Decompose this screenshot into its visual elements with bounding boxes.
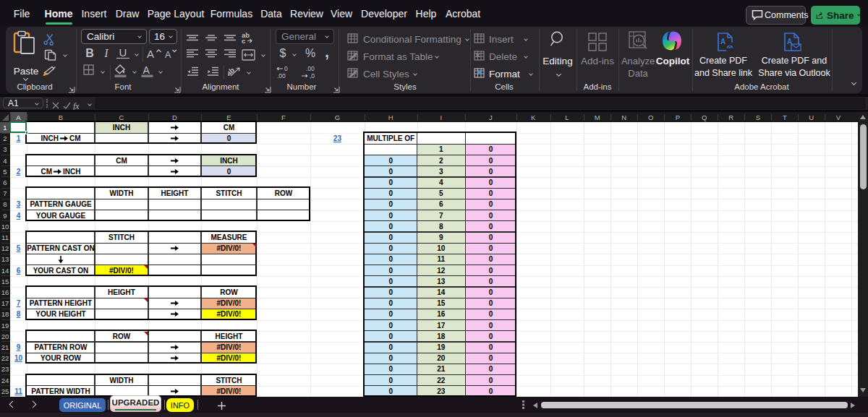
svg-text:A: A xyxy=(720,38,726,46)
svg-text:.00: .00 xyxy=(306,65,315,72)
svg-text:0: 0 xyxy=(284,65,288,72)
svg-text:.00: .00 xyxy=(277,72,286,79)
svg-text:c: c xyxy=(242,37,245,44)
svg-text:A: A xyxy=(165,50,171,60)
svg-text:fx: fx xyxy=(73,102,80,110)
svg-text:A: A xyxy=(143,64,150,76)
svg-text:ab: ab xyxy=(228,66,236,77)
svg-text:,0: ,0 xyxy=(310,72,315,79)
svg-text:A: A xyxy=(147,48,154,60)
